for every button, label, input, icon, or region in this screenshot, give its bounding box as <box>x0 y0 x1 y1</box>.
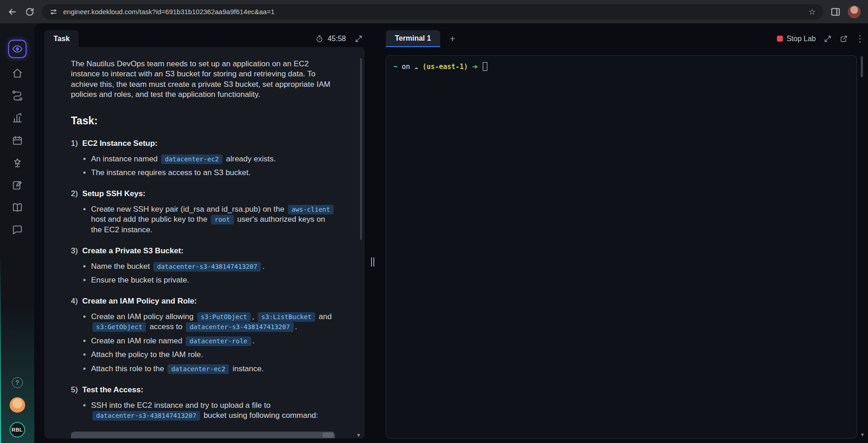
task-scrollbar[interactable] <box>360 58 362 240</box>
task-bullet: Ensure the bucket is private. <box>91 275 337 285</box>
inline-code: s3:PutObject <box>197 312 251 322</box>
section-bullets: Name the bucket datacenter-s3-4381474132… <box>71 262 337 286</box>
progress-icon[interactable] <box>11 112 23 124</box>
task-bullet: Name the bucket datacenter-s3-4381474132… <box>91 262 337 272</box>
main-area: Task 45:58 The Nautilus DevOps team need… <box>34 23 868 443</box>
inline-code: root <box>211 215 234 224</box>
inline-code: datacenter-ec2 <box>161 155 222 164</box>
section-heading: 2) Setup SSH Keys: <box>71 189 337 199</box>
task-scroll-down-icon[interactable]: ▾ <box>357 432 360 438</box>
section-bullets: Create new SSH key pair (id_rsa and id_r… <box>71 204 337 235</box>
task-section: 3) Create a Private S3 Bucket:Name the b… <box>71 246 337 285</box>
prompt-arrow-icon: ➜ <box>472 63 478 71</box>
expand-terminal-icon[interactable] <box>824 35 832 43</box>
stop-lab-label: Stop Lab <box>787 35 816 43</box>
task-panel: Task 45:58 The Nautilus DevOps team need… <box>44 30 365 438</box>
task-bullet: An instance named datacenter-ec2 already… <box>91 154 337 164</box>
notes-icon[interactable] <box>11 179 23 191</box>
bookmark-star-icon[interactable]: ☆ <box>809 8 816 16</box>
expand-task-icon[interactable] <box>355 35 363 43</box>
task-heading: Task: <box>71 114 337 128</box>
inline-code: datacenter-s3-438147413207 <box>186 322 293 332</box>
task-bullet: Create an IAM policy allowing s3:PutObje… <box>91 312 337 332</box>
panel-resize-handle[interactable] <box>371 257 374 267</box>
section-heading: 1) EC2 Instance Setup: <box>71 139 337 149</box>
inline-code: datacenter-s3-438147413207 <box>92 411 200 421</box>
terminal-controls: Stop Lab ⋮ <box>777 30 864 47</box>
support-chat-icon[interactable] <box>11 224 23 236</box>
inline-code: datacenter-ec2 <box>167 364 229 374</box>
inline-code: s3:ListBucket <box>258 312 315 322</box>
timer-icon <box>315 35 323 43</box>
site-settings-icon[interactable] <box>49 8 58 16</box>
sidebar-bottom-group: ? RBL <box>0 377 34 438</box>
terminal-cursor <box>483 62 487 71</box>
inline-code: s3:GetObject <box>92 322 146 332</box>
section-bullets: Create an IAM policy allowing s3:PutObje… <box>71 312 337 374</box>
inline-code: datacenter-s3-438147413207 <box>153 262 261 272</box>
task-sections: 1) EC2 Instance Setup:An instance named … <box>71 139 337 421</box>
task-bullet: Attach this role to the datacenter-ec2 i… <box>91 364 337 374</box>
task-section: 1) EC2 Instance Setup:An instance named … <box>71 139 337 178</box>
help-icon[interactable]: ? <box>12 377 23 388</box>
prompt-path: ~ <box>394 63 398 71</box>
browser-toolbar: engineer.kodekloud.com/task?id=691b31b10… <box>0 0 868 23</box>
copy-button[interactable] <box>323 432 334 438</box>
browser-profile-avatar[interactable] <box>848 5 861 18</box>
tab-terminal-1[interactable]: Terminal 1 <box>386 30 440 47</box>
task-content: The Nautilus DevOps team needs to set up… <box>44 47 365 438</box>
stop-square-icon <box>777 36 783 42</box>
terminal-screen[interactable]: ~ on ☁ (us-east-1) ➜ <box>386 55 857 438</box>
terminal-panel: Terminal 1 + Stop Lab ⋮ ~ on ☁ (us-east-… <box>386 30 864 439</box>
code-block-partial[interactable] <box>71 432 335 438</box>
terminal-tabbar: Terminal 1 + Stop Lab ⋮ <box>386 30 864 47</box>
back-icon[interactable] <box>7 7 17 17</box>
terminal-menu-icon[interactable]: ⋮ <box>856 34 864 43</box>
url-text[interactable]: engineer.kodekloud.com/task?id=691b31b10… <box>63 8 275 16</box>
task-section: 5) Test the Access:SSH into the EC2 inst… <box>71 385 337 421</box>
timer-value: 45:58 <box>328 35 346 43</box>
prompt-on: on <box>402 63 410 71</box>
inline-code: datacenter-role <box>186 336 251 346</box>
task-bullet: SSH into the EC2 instance and try to upl… <box>91 400 337 421</box>
docs-icon[interactable] <box>11 202 23 213</box>
side-panel-icon[interactable] <box>830 7 841 17</box>
user-avatar[interactable] <box>9 396 26 414</box>
achievements-icon[interactable] <box>11 157 23 169</box>
logo-eye-icon <box>12 43 23 54</box>
terminal-scroll-down-icon[interactable]: ▾ <box>861 432 864 438</box>
task-bullet: Create new SSH key pair (id_rsa and id_r… <box>91 204 337 235</box>
stop-lab-button[interactable]: Stop Lab <box>777 35 816 43</box>
section-bullets: An instance named datacenter-ec2 already… <box>71 154 337 178</box>
open-in-new-icon[interactable] <box>840 35 848 43</box>
home-icon[interactable] <box>11 67 23 79</box>
terminal-prompt: ~ on ☁ (us-east-1) ➜ <box>394 62 849 71</box>
reload-icon[interactable] <box>25 7 35 17</box>
task-tabbar: Task 45:58 <box>44 30 365 47</box>
profile-badge[interactable]: RBL <box>10 422 25 438</box>
inline-code: aws-client <box>288 205 334 214</box>
task-intro: The Nautilus DevOps team needs to set up… <box>71 59 337 100</box>
task-section: 2) Setup SSH Keys:Create new SSH key pai… <box>71 189 337 235</box>
calendar-icon[interactable] <box>11 134 23 146</box>
cloud-icon: ☁ <box>414 63 418 71</box>
section-heading: 5) Test the Access: <box>71 385 337 395</box>
task-section: 4) Create an IAM Policy and Role:Create … <box>71 296 337 374</box>
app-sidebar: ? RBL <box>0 23 34 443</box>
section-heading: 4) Create an IAM Policy and Role: <box>71 296 337 306</box>
section-heading: 3) Create a Private S3 Bucket: <box>71 246 337 256</box>
learning-path-icon[interactable] <box>11 90 23 101</box>
add-terminal-button[interactable]: + <box>446 32 459 46</box>
prompt-region: (us-east-1) <box>422 63 468 71</box>
task-bullet: Attach the policy to the IAM role. <box>91 350 337 360</box>
address-bar[interactable]: engineer.kodekloud.com/task?id=691b31b10… <box>42 4 823 20</box>
terminal-scrollbar[interactable] <box>861 56 863 77</box>
task-bullet: Create an IAM role named datacenter-role… <box>91 336 337 346</box>
tab-task[interactable]: Task <box>44 30 79 47</box>
section-bullets: SSH into the EC2 instance and try to upl… <box>71 400 337 421</box>
kodekloud-logo[interactable] <box>8 40 27 58</box>
task-controls: 45:58 <box>315 30 363 47</box>
task-bullet: The instance requires access to an S3 bu… <box>91 168 337 178</box>
